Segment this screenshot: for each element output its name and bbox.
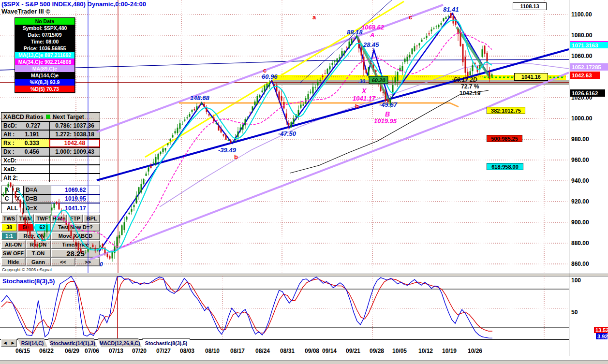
price-label-880.00: 880.00 <box>571 240 589 247</box>
candle-body <box>479 65 481 69</box>
annotation--39.49: -39.49 <box>218 146 237 154</box>
tab-stochastic-14-1-3-[interactable]: Stochastic(14(1),3) <box>48 338 97 347</box>
candle-body <box>407 57 408 61</box>
axis-badge-1071.3163: 1071.3163 <box>570 41 608 48</box>
xabcd-dlabel-1: D=B <box>23 194 51 203</box>
button-rx-on[interactable]: Rx-ON <box>26 240 51 249</box>
candle-body <box>276 85 278 91</box>
candle-body <box>409 55 411 58</box>
legend-row-3: Time: 08:00 <box>15 38 74 45</box>
xabcd-point-C: C <box>1 194 13 203</box>
candle-body <box>274 84 275 87</box>
ma144-line <box>290 90 489 173</box>
candle-body <box>201 103 203 104</box>
button-sw-off[interactable]: SW OFF <box>1 249 26 258</box>
candle-body <box>450 13 452 18</box>
tab-macd-12-26-9-c-[interactable]: MACD(12,26,9,C) <box>98 338 142 347</box>
button-t-on[interactable]: T-ON <box>26 249 51 258</box>
button-hide[interactable]: Hide <box>1 258 26 266</box>
copyright-text: Copyright © 2006 eSignal <box>2 267 52 272</box>
candle-body <box>262 90 263 92</box>
candle-body <box>172 135 174 138</box>
xabcd-ratio-target-1: 1.272: 1038.18 <box>49 130 100 139</box>
annotation-1041.17: 1041.17 <box>353 95 376 102</box>
candle-body <box>404 58 406 62</box>
button-28-25[interactable]: 28.25 <box>51 249 100 258</box>
candle-body <box>124 222 125 230</box>
date-label-08-10: 08/10 <box>205 348 220 354</box>
button-alt-on[interactable]: Alt-ON <box>1 240 26 249</box>
date-label-08-17: 08/17 <box>230 348 245 354</box>
candle-body <box>441 23 442 25</box>
candle-body <box>414 46 415 51</box>
tab-rsi-14-c-[interactable]: RSI(14,C) <box>17 338 47 347</box>
candle-body <box>385 92 386 101</box>
candle-body <box>216 123 217 124</box>
button--[interactable]: >> <box>75 258 100 266</box>
date-label-08-24: 08/24 <box>255 348 270 354</box>
xabcd-ratio-label-4: XcD: <box>1 156 50 165</box>
candle-body <box>211 117 212 117</box>
candle-body <box>455 19 457 25</box>
pane-separator[interactable] <box>0 274 608 277</box>
button-h-mn[interactable]: H-Mn <box>51 214 67 223</box>
candle-body <box>271 81 273 82</box>
annotation--30.: -30. <box>357 78 367 84</box>
candle-body <box>264 86 266 91</box>
candle-body <box>206 107 208 112</box>
candle-body <box>303 104 304 106</box>
candle-body <box>146 174 147 176</box>
button-time-price[interactable]: Time/Price <box>51 240 100 249</box>
button--[interactable]: << <box>51 258 75 266</box>
button-gann[interactable]: Gann <box>26 258 51 266</box>
button-62[interactable]: 62 <box>34 223 51 232</box>
legend-row-6: MA(34,C)e 902.214808 <box>15 58 74 65</box>
candle-body <box>269 83 270 87</box>
xabcd-point-X: X <box>12 194 24 203</box>
support-trendline <box>97 49 569 180</box>
candle-body <box>412 48 413 54</box>
legend-row-9: %K(8,3) 93.9 <box>15 79 74 86</box>
button-retr-on[interactable]: Retr. ON <box>17 232 51 240</box>
button-twf[interactable]: TWF <box>34 214 51 223</box>
date-label-09-08: 09/08 <box>305 348 319 354</box>
annotation-B: B <box>385 110 390 118</box>
tab-stochastic-8-3-5-[interactable]: Stochastic(8(3),5) <box>142 338 190 347</box>
xabcd-ratio-label-5: XaD: <box>1 165 50 174</box>
button-50[interactable]: 50 <box>17 223 34 232</box>
button-tws[interactable]: TWS <box>1 214 17 223</box>
target-label-1108.13: 1108.13 <box>513 2 547 10</box>
annotation-c: c <box>263 67 267 74</box>
button-ftp[interactable]: FTP <box>67 214 83 223</box>
candle-body <box>182 124 183 124</box>
stochastic-pane <box>0 276 569 339</box>
price-label-920.00: 920.00 <box>571 198 589 205</box>
button-move-xabcd[interactable]: Move XABCD <box>51 232 100 240</box>
candle-body <box>458 29 459 34</box>
candle-body <box>194 109 195 110</box>
button-1-1[interactable]: 1:1 <box>1 232 17 240</box>
button-test-new-d-[interactable]: Test New D=? <box>51 223 100 232</box>
candle-body <box>371 63 372 64</box>
annotation-81.41: 81.41 <box>443 6 459 13</box>
xabcd-ratio-label-3: Dx :0.456 <box>1 147 50 156</box>
button-twm[interactable]: TWM <box>17 214 34 223</box>
candle-body <box>392 85 394 92</box>
bottom-scroll-strip[interactable] <box>0 360 608 364</box>
candle-body <box>107 254 108 257</box>
button-bpl[interactable]: BPL <box>83 214 100 223</box>
date-label-06-22: 06/22 <box>39 348 54 354</box>
xabcd-point-ALL: ALL <box>1 203 24 213</box>
button-38[interactable]: 38 <box>1 223 17 232</box>
candle-body <box>368 67 370 75</box>
wavetrader-app-window: ($SPX - S&P 500 INDEX,480) Dynamic,0:00-… <box>0 0 608 364</box>
candle-body <box>150 166 152 168</box>
date-label-08-03: 08/03 <box>180 348 194 354</box>
xabcd-dvalue-1: 1019.95 <box>51 194 100 203</box>
candle-body <box>245 119 246 125</box>
annotation--49.67: -49.67 <box>379 101 398 108</box>
candle-body <box>281 96 282 101</box>
candle-body <box>240 128 241 130</box>
tab-scroll-left[interactable]: ◀ <box>1 339 9 347</box>
tab-scroll-right[interactable]: ▶ <box>9 339 17 347</box>
